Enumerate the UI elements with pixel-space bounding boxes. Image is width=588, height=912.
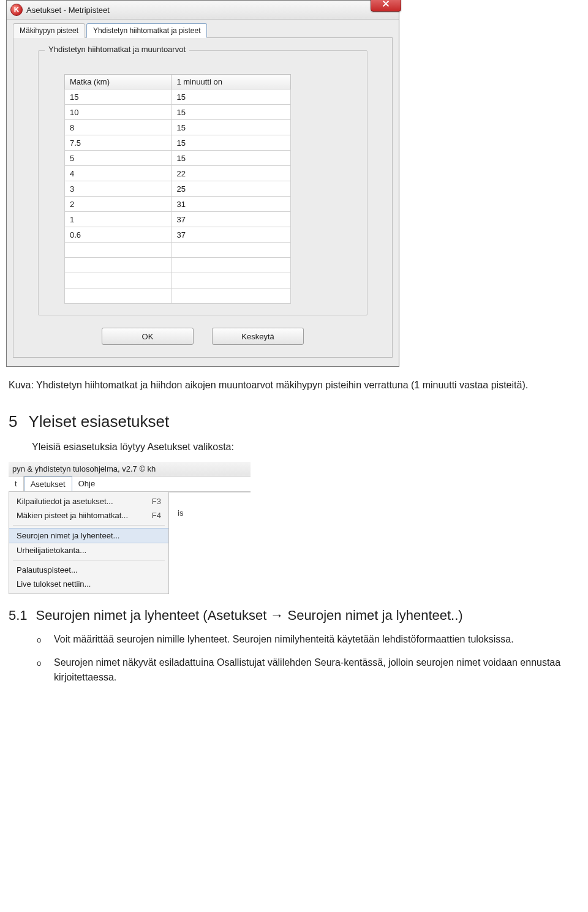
cell-matka[interactable]: 2 bbox=[65, 197, 172, 212]
cell-1-minuutti[interactable]: 15 bbox=[172, 120, 291, 135]
cell-1-minuutti[interactable]: 15 bbox=[172, 135, 291, 151]
section-5-1-number: 5.1 bbox=[9, 608, 28, 624]
tab-makihyppy-pisteet[interactable]: Mäkihypyn pisteet bbox=[13, 23, 85, 38]
cell-matka[interactable]: 5 bbox=[65, 151, 172, 166]
cell-1-minuutti[interactable]: 25 bbox=[172, 181, 291, 197]
menu-item-seurojen-nimet[interactable]: Seurojen nimet ja lyhenteet... bbox=[9, 528, 168, 543]
bullet-text: Voit määrittää seurojen nimille lyhentee… bbox=[54, 632, 514, 647]
section-5-intro: Yleisiä esiasetuksia löytyy Asetukset va… bbox=[32, 440, 579, 454]
dialog-body: Mäkihypyn pisteet Yhdistetyn hiihtomatka… bbox=[7, 20, 399, 366]
cell-matka[interactable] bbox=[65, 243, 172, 258]
cancel-button[interactable]: Keskeytä bbox=[212, 328, 304, 345]
cell-matka[interactable]: 3 bbox=[65, 181, 172, 197]
table-row[interactable]: 7.515 bbox=[65, 135, 291, 151]
menu-item-shortcut: F3 bbox=[152, 497, 161, 506]
figure-caption: Kuva: Yhdistetyn hiihtomatkat ja hiihdon… bbox=[9, 378, 579, 393]
ok-button[interactable]: OK bbox=[102, 328, 194, 345]
col-1-minuutti[interactable]: 1 minuutti on bbox=[172, 75, 291, 89]
section-5-1-title: Seurojen nimet ja lyhenteet (Asetukset →… bbox=[36, 608, 463, 624]
menu-item-label: Seurojen nimet ja lyhenteet... bbox=[17, 531, 119, 540]
section-5-1-bullets: o Voit määrittää seurojen nimille lyhent… bbox=[37, 632, 588, 685]
cell-1-minuutti[interactable]: 37 bbox=[172, 212, 291, 227]
cell-matka[interactable]: 8 bbox=[65, 120, 172, 135]
cell-matka[interactable]: 15 bbox=[65, 89, 172, 105]
table-row[interactable]: 325 bbox=[65, 181, 291, 197]
menu-separator bbox=[13, 525, 165, 526]
tab-strip: Mäkihypyn pisteet Yhdistetyn hiihtomatka… bbox=[13, 23, 393, 38]
table-row[interactable]: 815 bbox=[65, 120, 291, 135]
titlebar: K Asetukset - Metripisteet bbox=[7, 1, 399, 20]
conversion-table: Matka (km) 1 minuutti on 151510158157.51… bbox=[64, 74, 291, 304]
menu-screenshot: pyn & yhdistetyn tulosohjelma, v2.7 © kh… bbox=[9, 462, 251, 594]
bullet-marker: o bbox=[37, 632, 45, 647]
menu-separator bbox=[13, 560, 165, 560]
menu-item-label: Live tulokset nettiin... bbox=[17, 579, 91, 589]
dialog-button-row: OK Keskeytä bbox=[38, 328, 368, 345]
side-text-fragment: is bbox=[178, 508, 183, 518]
dialog-title: Asetukset - Metripisteet bbox=[26, 6, 110, 15]
cell-1-minuutti[interactable] bbox=[172, 243, 291, 258]
bullet-text: Seurojen nimet näkyvät esiladattuina Osa… bbox=[54, 655, 588, 685]
cell-matka[interactable] bbox=[65, 288, 172, 304]
close-button[interactable] bbox=[371, 0, 401, 12]
app-icon: K bbox=[10, 4, 23, 16]
cell-matka[interactable]: 4 bbox=[65, 166, 172, 181]
cell-1-minuutti[interactable]: 22 bbox=[172, 166, 291, 181]
menu-item-label: Palautuspisteet... bbox=[17, 565, 78, 575]
menu-item-label: Kilpailutiedot ja asetukset... bbox=[17, 497, 113, 506]
cell-1-minuutti[interactable]: 15 bbox=[172, 151, 291, 166]
cell-matka[interactable]: 1 bbox=[65, 212, 172, 227]
cell-matka[interactable] bbox=[65, 273, 172, 288]
menu-item-makien-pisteet[interactable]: Mäkien pisteet ja hiihtomatkat... F4 bbox=[9, 508, 168, 522]
table-row[interactable]: 137 bbox=[65, 212, 291, 227]
table-row[interactable]: 422 bbox=[65, 166, 291, 181]
menu-item-label: Mäkien pisteet ja hiihtomatkat... bbox=[17, 511, 128, 520]
menu-item-urheilijatietokanta[interactable]: Urheilijatietokanta... bbox=[9, 543, 168, 557]
section-5-1-heading: 5.1 Seurojen nimet ja lyhenteet (Asetuks… bbox=[9, 608, 579, 624]
section-5-heading: 5 Yleiset esiasetukset bbox=[9, 410, 579, 434]
data-table[interactable]: Matka (km) 1 minuutti on 151510158157.51… bbox=[64, 74, 291, 304]
bullet-item: o Seurojen nimet näkyvät esiladattuina O… bbox=[37, 655, 588, 685]
table-row[interactable] bbox=[65, 273, 291, 288]
group-title: Yhdistetyn hiihtomatkat ja muuntoarvot bbox=[45, 45, 189, 54]
menu-item-label: Urheilijatietokanta... bbox=[17, 546, 86, 555]
menu-item-shortcut: F4 bbox=[152, 511, 161, 520]
tab-yhdistetyn-hiihtomatkat[interactable]: Yhdistetyn hiihtomatkat ja pisteet bbox=[86, 23, 207, 38]
section-5-title: Yleiset esiasetukset bbox=[28, 410, 169, 434]
cell-1-minuutti[interactable]: 15 bbox=[172, 105, 291, 120]
menu-item-live-tulokset[interactable]: Live tulokset nettiin... bbox=[9, 577, 168, 591]
group-yhdistetyn-muuntoarvot: Yhdistetyn hiihtomatkat ja muuntoarvot M… bbox=[38, 50, 368, 315]
asetukset-dropdown: Kilpailutiedot ja asetukset... F3 Mäkien… bbox=[9, 492, 169, 594]
table-row[interactable]: 1015 bbox=[65, 105, 291, 120]
close-icon bbox=[382, 0, 390, 8]
menubar: t Asetukset Ohje bbox=[9, 477, 251, 492]
cell-1-minuutti[interactable]: 15 bbox=[172, 89, 291, 105]
section-5-number: 5 bbox=[9, 410, 17, 434]
cell-1-minuutti[interactable] bbox=[172, 258, 291, 273]
bullet-item: o Voit määrittää seurojen nimille lyhent… bbox=[37, 632, 588, 647]
table-row[interactable]: 515 bbox=[65, 151, 291, 166]
menubar-item-asetukset[interactable]: Asetukset bbox=[24, 477, 72, 491]
table-row[interactable] bbox=[65, 288, 291, 304]
table-row[interactable] bbox=[65, 243, 291, 258]
cell-1-minuutti[interactable]: 31 bbox=[172, 197, 291, 212]
cell-matka[interactable]: 7.5 bbox=[65, 135, 172, 151]
menubar-item-ohje[interactable]: Ohje bbox=[72, 477, 101, 491]
table-row[interactable]: 1515 bbox=[65, 89, 291, 105]
cell-1-minuutti[interactable] bbox=[172, 273, 291, 288]
table-row[interactable]: 0.637 bbox=[65, 227, 291, 243]
cell-matka[interactable] bbox=[65, 258, 172, 273]
cell-1-minuutti[interactable] bbox=[172, 288, 291, 304]
menu-item-kilpailutiedot[interactable]: Kilpailutiedot ja asetukset... F3 bbox=[9, 494, 168, 508]
table-row[interactable] bbox=[65, 258, 291, 273]
cell-1-minuutti[interactable]: 37 bbox=[172, 227, 291, 243]
menu-side-panel: is bbox=[169, 492, 251, 594]
table-row[interactable]: 231 bbox=[65, 197, 291, 212]
cell-matka[interactable]: 0.6 bbox=[65, 227, 172, 243]
app-title-line: pyn & yhdistetyn tulosohjelma, v2.7 © kh bbox=[9, 462, 251, 477]
menubar-item-t[interactable]: t bbox=[9, 477, 24, 491]
cell-matka[interactable]: 10 bbox=[65, 105, 172, 120]
col-matka[interactable]: Matka (km) bbox=[65, 75, 172, 89]
menu-item-palautuspisteet[interactable]: Palautuspisteet... bbox=[9, 563, 168, 577]
bullet-marker: o bbox=[37, 655, 45, 685]
